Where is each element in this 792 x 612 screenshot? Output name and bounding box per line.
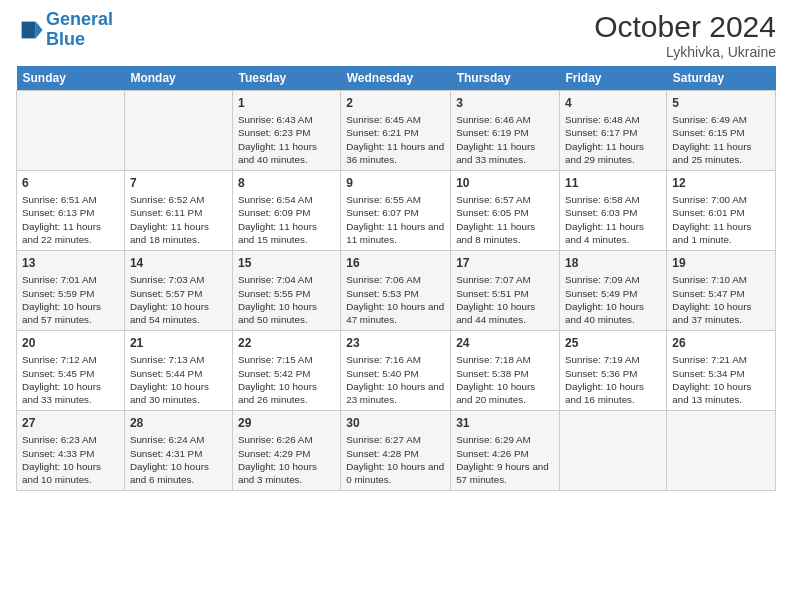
day-info: Sunrise: 6:51 AM Sunset: 6:13 PM Dayligh… [22, 193, 119, 246]
day-info: Sunrise: 7:18 AM Sunset: 5:38 PM Dayligh… [456, 353, 554, 406]
day-number: 13 [22, 255, 119, 271]
day-info: Sunrise: 7:10 AM Sunset: 5:47 PM Dayligh… [672, 273, 770, 326]
day-info: Sunrise: 7:13 AM Sunset: 5:44 PM Dayligh… [130, 353, 227, 406]
day-number: 27 [22, 415, 119, 431]
day-number: 9 [346, 175, 445, 191]
calendar-cell: 5Sunrise: 6:49 AM Sunset: 6:15 PM Daylig… [667, 91, 776, 171]
calendar-table: SundayMondayTuesdayWednesdayThursdayFrid… [16, 66, 776, 491]
day-number: 5 [672, 95, 770, 111]
day-info: Sunrise: 6:52 AM Sunset: 6:11 PM Dayligh… [130, 193, 227, 246]
logo: General Blue [16, 10, 113, 50]
location-subtitle: Lykhivka, Ukraine [594, 44, 776, 60]
calendar-cell: 26Sunrise: 7:21 AM Sunset: 5:34 PM Dayli… [667, 331, 776, 411]
day-number: 29 [238, 415, 335, 431]
day-info: Sunrise: 7:03 AM Sunset: 5:57 PM Dayligh… [130, 273, 227, 326]
calendar-cell [17, 91, 125, 171]
day-number: 12 [672, 175, 770, 191]
day-info: Sunrise: 6:24 AM Sunset: 4:31 PM Dayligh… [130, 433, 227, 486]
calendar-cell: 6Sunrise: 6:51 AM Sunset: 6:13 PM Daylig… [17, 171, 125, 251]
calendar-cell: 2Sunrise: 6:45 AM Sunset: 6:21 PM Daylig… [341, 91, 451, 171]
day-number: 30 [346, 415, 445, 431]
day-info: Sunrise: 6:26 AM Sunset: 4:29 PM Dayligh… [238, 433, 335, 486]
week-row-2: 6Sunrise: 6:51 AM Sunset: 6:13 PM Daylig… [17, 171, 776, 251]
title-block: October 2024 Lykhivka, Ukraine [594, 10, 776, 60]
day-info: Sunrise: 7:16 AM Sunset: 5:40 PM Dayligh… [346, 353, 445, 406]
day-number: 18 [565, 255, 661, 271]
calendar-cell: 27Sunrise: 6:23 AM Sunset: 4:33 PM Dayli… [17, 411, 125, 491]
calendar-cell: 20Sunrise: 7:12 AM Sunset: 5:45 PM Dayli… [17, 331, 125, 411]
header-wednesday: Wednesday [341, 66, 451, 91]
day-number: 2 [346, 95, 445, 111]
calendar-cell: 12Sunrise: 7:00 AM Sunset: 6:01 PM Dayli… [667, 171, 776, 251]
calendar-cell: 29Sunrise: 6:26 AM Sunset: 4:29 PM Dayli… [232, 411, 340, 491]
day-number: 4 [565, 95, 661, 111]
calendar-cell: 15Sunrise: 7:04 AM Sunset: 5:55 PM Dayli… [232, 251, 340, 331]
day-info: Sunrise: 6:43 AM Sunset: 6:23 PM Dayligh… [238, 113, 335, 166]
day-info: Sunrise: 7:01 AM Sunset: 5:59 PM Dayligh… [22, 273, 119, 326]
day-info: Sunrise: 6:27 AM Sunset: 4:28 PM Dayligh… [346, 433, 445, 486]
day-info: Sunrise: 6:23 AM Sunset: 4:33 PM Dayligh… [22, 433, 119, 486]
calendar-cell: 24Sunrise: 7:18 AM Sunset: 5:38 PM Dayli… [451, 331, 560, 411]
day-number: 23 [346, 335, 445, 351]
svg-rect-1 [22, 21, 36, 38]
header: General Blue October 2024 Lykhivka, Ukra… [16, 10, 776, 60]
calendar-cell: 30Sunrise: 6:27 AM Sunset: 4:28 PM Dayli… [341, 411, 451, 491]
day-number: 6 [22, 175, 119, 191]
day-number: 1 [238, 95, 335, 111]
logo-icon [16, 16, 44, 44]
week-row-1: 1Sunrise: 6:43 AM Sunset: 6:23 PM Daylig… [17, 91, 776, 171]
calendar-cell: 25Sunrise: 7:19 AM Sunset: 5:36 PM Dayli… [560, 331, 667, 411]
calendar-cell [124, 91, 232, 171]
calendar-cell: 8Sunrise: 6:54 AM Sunset: 6:09 PM Daylig… [232, 171, 340, 251]
calendar-cell: 19Sunrise: 7:10 AM Sunset: 5:47 PM Dayli… [667, 251, 776, 331]
header-monday: Monday [124, 66, 232, 91]
day-number: 28 [130, 415, 227, 431]
week-row-5: 27Sunrise: 6:23 AM Sunset: 4:33 PM Dayli… [17, 411, 776, 491]
day-info: Sunrise: 7:15 AM Sunset: 5:42 PM Dayligh… [238, 353, 335, 406]
calendar-cell: 13Sunrise: 7:01 AM Sunset: 5:59 PM Dayli… [17, 251, 125, 331]
day-info: Sunrise: 6:29 AM Sunset: 4:26 PM Dayligh… [456, 433, 554, 486]
month-title: October 2024 [594, 10, 776, 44]
day-info: Sunrise: 7:12 AM Sunset: 5:45 PM Dayligh… [22, 353, 119, 406]
day-info: Sunrise: 6:46 AM Sunset: 6:19 PM Dayligh… [456, 113, 554, 166]
day-number: 10 [456, 175, 554, 191]
day-info: Sunrise: 7:19 AM Sunset: 5:36 PM Dayligh… [565, 353, 661, 406]
day-info: Sunrise: 7:06 AM Sunset: 5:53 PM Dayligh… [346, 273, 445, 326]
day-number: 14 [130, 255, 227, 271]
calendar-cell: 21Sunrise: 7:13 AM Sunset: 5:44 PM Dayli… [124, 331, 232, 411]
day-number: 8 [238, 175, 335, 191]
day-info: Sunrise: 6:55 AM Sunset: 6:07 PM Dayligh… [346, 193, 445, 246]
day-number: 17 [456, 255, 554, 271]
day-info: Sunrise: 7:00 AM Sunset: 6:01 PM Dayligh… [672, 193, 770, 246]
header-saturday: Saturday [667, 66, 776, 91]
calendar-cell: 16Sunrise: 7:06 AM Sunset: 5:53 PM Dayli… [341, 251, 451, 331]
header-thursday: Thursday [451, 66, 560, 91]
day-number: 25 [565, 335, 661, 351]
calendar-cell: 28Sunrise: 6:24 AM Sunset: 4:31 PM Dayli… [124, 411, 232, 491]
calendar-cell: 14Sunrise: 7:03 AM Sunset: 5:57 PM Dayli… [124, 251, 232, 331]
day-number: 7 [130, 175, 227, 191]
day-number: 20 [22, 335, 119, 351]
week-row-3: 13Sunrise: 7:01 AM Sunset: 5:59 PM Dayli… [17, 251, 776, 331]
day-number: 16 [346, 255, 445, 271]
calendar-cell: 31Sunrise: 6:29 AM Sunset: 4:26 PM Dayli… [451, 411, 560, 491]
day-info: Sunrise: 7:04 AM Sunset: 5:55 PM Dayligh… [238, 273, 335, 326]
day-number: 26 [672, 335, 770, 351]
day-number: 31 [456, 415, 554, 431]
calendar-cell [560, 411, 667, 491]
calendar-cell: 11Sunrise: 6:58 AM Sunset: 6:03 PM Dayli… [560, 171, 667, 251]
calendar-cell: 22Sunrise: 7:15 AM Sunset: 5:42 PM Dayli… [232, 331, 340, 411]
calendar-cell: 18Sunrise: 7:09 AM Sunset: 5:49 PM Dayli… [560, 251, 667, 331]
header-row: SundayMondayTuesdayWednesdayThursdayFrid… [17, 66, 776, 91]
calendar-cell: 1Sunrise: 6:43 AM Sunset: 6:23 PM Daylig… [232, 91, 340, 171]
day-number: 21 [130, 335, 227, 351]
calendar-cell: 9Sunrise: 6:55 AM Sunset: 6:07 PM Daylig… [341, 171, 451, 251]
calendar-cell: 10Sunrise: 6:57 AM Sunset: 6:05 PM Dayli… [451, 171, 560, 251]
day-number: 15 [238, 255, 335, 271]
day-number: 22 [238, 335, 335, 351]
logo-text: General Blue [46, 10, 113, 50]
day-info: Sunrise: 7:09 AM Sunset: 5:49 PM Dayligh… [565, 273, 661, 326]
day-info: Sunrise: 6:54 AM Sunset: 6:09 PM Dayligh… [238, 193, 335, 246]
day-info: Sunrise: 6:49 AM Sunset: 6:15 PM Dayligh… [672, 113, 770, 166]
day-number: 19 [672, 255, 770, 271]
